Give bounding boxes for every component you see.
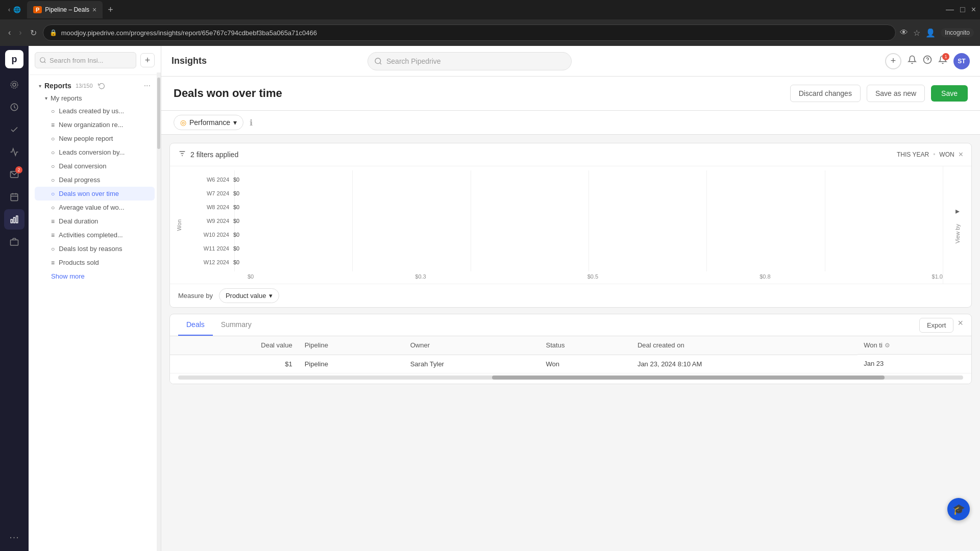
settings-icon[interactable]: ⚙	[885, 342, 890, 349]
performance-button[interactable]: ◎ Performance ▾	[174, 115, 243, 130]
th-owner[interactable]: Owner	[404, 336, 540, 355]
rail-icon-inventory[interactable]	[4, 232, 24, 252]
chart-row-w8: W8 2024 $0	[188, 202, 943, 212]
sidebar-item-leads-created[interactable]: ○ Leads created by us...	[35, 104, 155, 118]
row-value-w6: $0	[233, 177, 248, 183]
chart-row-w11: W11 2024 $0	[188, 243, 943, 254]
sidebar-scroll-area[interactable]: ▾ Reports 13/150 ··· ▾ My reports ○ Lead…	[29, 75, 161, 551]
sidebar-item-deal-conversion[interactable]: ○ Deal conversion	[35, 159, 155, 173]
sidebar-scrollbar-track[interactable]	[157, 72, 161, 551]
lock-icon: 🔒	[50, 29, 57, 36]
tab-active[interactable]: P Pipeline – Deals ×	[27, 1, 103, 18]
row-label-w9: W9 2024	[188, 218, 233, 224]
sidebar-item-average-value[interactable]: ○ Average value of wo...	[35, 201, 155, 214]
th-status[interactable]: Status	[540, 336, 631, 355]
header-search-placeholder: Search Pipedrive	[386, 57, 441, 65]
reports-header[interactable]: ▾ Reports 13/150 ···	[35, 79, 155, 92]
bell-icon[interactable]: 1	[938, 55, 947, 67]
close-filter-button[interactable]: ×	[959, 150, 963, 159]
content-area: Deals won over time Discard changes Save…	[161, 77, 980, 551]
rail-icon-calendar[interactable]	[4, 187, 24, 207]
performance-icon: ◎	[180, 118, 186, 127]
sidebar-item-deal-duration[interactable]: ≡ Deal duration	[35, 214, 155, 228]
floating-help-button[interactable]: 🎓	[947, 498, 970, 520]
browser-nav: ‹ › ↻ 🔒 moodjoy.pipedrive.com/progress/i…	[0, 19, 980, 46]
refresh-button[interactable]: ↻	[28, 26, 39, 40]
sidebar-item-products-sold[interactable]: ≡ Products sold	[35, 256, 155, 269]
minimize-button[interactable]: —	[946, 5, 954, 14]
sidebar-item-deals-lost[interactable]: ○ Deals lost by reasons	[35, 242, 155, 256]
th-deal-value[interactable]: Deal value	[170, 336, 299, 355]
search-icon	[39, 57, 46, 64]
chart-row-w9: W9 2024 $0	[188, 216, 943, 226]
export-button[interactable]: Export	[919, 318, 954, 333]
chart-rows: W6 2024 $0 W7 2024 $0 W8 2024 $0	[188, 166, 943, 284]
maximize-button[interactable]: □	[960, 5, 965, 14]
th-created-on[interactable]: Deal created on	[631, 336, 857, 355]
sidebar-item-new-org-label: New organization re...	[59, 121, 123, 129]
close-table-button[interactable]: ×	[958, 318, 963, 333]
profile-icon[interactable]: 👤	[925, 28, 936, 38]
save-button[interactable]: Save	[931, 85, 968, 102]
info-icon[interactable]: ℹ	[250, 118, 253, 128]
row-value-w8: $0	[233, 204, 248, 210]
row-label-w6: W6 2024	[188, 177, 233, 183]
privacy-icon[interactable]: 👁	[900, 28, 908, 37]
nav-back[interactable]: ‹	[8, 6, 10, 13]
cell-status: Won	[540, 355, 631, 373]
help-icon[interactable]	[923, 55, 932, 67]
show-more-button[interactable]: Show more	[35, 269, 155, 283]
sidebar-item-new-org-report[interactable]: ≡ New organization re...	[35, 118, 155, 132]
sidebar-scrollbar-thumb[interactable]	[157, 78, 160, 149]
th-pipeline[interactable]: Pipeline	[299, 336, 404, 355]
sidebar-item-new-people-report[interactable]: ○ New people report	[35, 132, 155, 145]
sidebar-search[interactable]: Search from Insi...	[35, 52, 136, 68]
sidebar-item-activities-completed[interactable]: ≡ Activities completed...	[35, 228, 155, 242]
measure-select-button[interactable]: Product value ▾	[219, 288, 280, 303]
close-window-button[interactable]: ×	[971, 5, 976, 14]
sidebar-item-deal-progress[interactable]: ○ Deal progress	[35, 173, 155, 187]
new-tab-button[interactable]: +	[108, 5, 113, 15]
rail-icon-mail[interactable]: 2	[4, 164, 24, 185]
chart-row-w7: W7 2024 $0	[188, 188, 943, 198]
back-button[interactable]: ‹	[6, 26, 13, 39]
tab-summary[interactable]: Summary	[213, 314, 260, 336]
add-global-button[interactable]: +	[885, 53, 901, 69]
save-as-new-button[interactable]: Save as new	[867, 85, 925, 102]
view-by-label[interactable]: View by	[954, 224, 961, 243]
sidebar-item-deals-won-over-time[interactable]: ○ Deals won over time	[35, 187, 155, 201]
user-avatar[interactable]: ST	[953, 53, 970, 69]
incognito-badge: Incognito	[941, 28, 974, 37]
tab-close[interactable]: ×	[92, 6, 96, 14]
rail-icon-activity[interactable]	[4, 74, 24, 95]
address-bar[interactable]: 🔒 moodjoy.pipedrive.com/progress/insight…	[43, 24, 896, 41]
sidebar-item-leads-conversion[interactable]: ○ Leads conversion by...	[35, 145, 155, 159]
svg-rect-10	[16, 216, 18, 223]
sidebar-item-leads-conversion-label: Leads conversion by...	[59, 148, 125, 156]
rail-icon-activities[interactable]	[4, 119, 24, 140]
chart-expand-icon[interactable]: ▸	[955, 206, 960, 216]
performance-label: Performance	[189, 118, 230, 127]
forward-button[interactable]: ›	[17, 26, 23, 39]
my-reports-label: My reports	[51, 94, 82, 102]
deals-lost-icon: ○	[51, 245, 55, 253]
rail-icon-campaigns[interactable]	[4, 142, 24, 162]
cell-deal-value: $1	[170, 355, 299, 373]
data-table: Deal value Pipeline Owner Status	[170, 336, 971, 373]
more-options-button[interactable]: ···	[144, 81, 151, 90]
bookmark-icon[interactable]: ☆	[913, 28, 920, 38]
my-reports-header[interactable]: ▾ My reports	[35, 92, 155, 104]
rail-icon-insights[interactable]	[4, 209, 24, 230]
tab-deals[interactable]: Deals	[178, 314, 213, 336]
sidebar-add-button[interactable]: +	[140, 53, 155, 67]
rail-icon-deals[interactable]	[4, 97, 24, 117]
rail-icon-more[interactable]: ···	[4, 527, 24, 547]
svg-rect-9	[14, 217, 15, 223]
won-filter-badge: WON	[939, 151, 954, 158]
notifications-icon[interactable]	[908, 55, 917, 67]
header-search[interactable]: Search Pipedrive	[368, 52, 572, 70]
th-won-time[interactable]: Won ti ⚙	[857, 336, 971, 355]
discard-changes-button[interactable]: Discard changes	[790, 85, 861, 102]
table-scrollbar-track[interactable]	[178, 375, 963, 380]
table-scrollbar-thumb[interactable]	[492, 375, 885, 380]
